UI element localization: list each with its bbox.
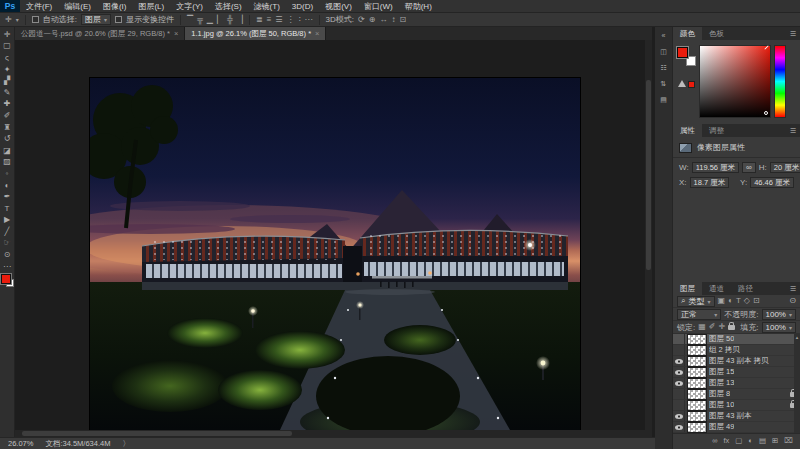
hue-slider[interactable] bbox=[775, 46, 785, 117]
visibility-toggle[interactable] bbox=[673, 411, 685, 421]
align-left-icon[interactable]: ▏ bbox=[217, 16, 223, 24]
lock-pixels-icon[interactable]: ✐ bbox=[709, 323, 716, 331]
layer-mask-icon[interactable]: ▢ bbox=[735, 436, 742, 445]
fill-dropdown[interactable]: 100% ▾ bbox=[762, 322, 796, 333]
panel-actions-icon[interactable]: ⇅ bbox=[661, 80, 667, 87]
layer-list-scrollbar[interactable]: ▴ bbox=[794, 334, 800, 433]
3d-drag-icon[interactable]: ↔ bbox=[379, 16, 387, 24]
distribute-icon-6[interactable]: ⋯ bbox=[305, 16, 313, 24]
status-options-chevron-icon[interactable]: 〉 bbox=[122, 439, 130, 449]
layer-thumbnail[interactable] bbox=[688, 390, 706, 399]
panel-history-icon[interactable]: ◫ bbox=[660, 48, 667, 55]
foreground-color-swatch[interactable] bbox=[677, 47, 688, 58]
panel-menu-icon[interactable]: ☰ bbox=[786, 27, 800, 40]
layer-group-icon[interactable]: ▤ bbox=[759, 436, 766, 445]
quick-selection-tool[interactable]: ✦ bbox=[0, 64, 15, 76]
tab-adjustments[interactable]: 调整 bbox=[702, 124, 731, 137]
distribute-icon-4[interactable]: ⋮ bbox=[286, 16, 294, 24]
color-swatches[interactable] bbox=[1, 274, 14, 287]
layer-thumbnail[interactable] bbox=[688, 423, 706, 432]
clone-stamp-tool[interactable]: ♜ bbox=[0, 122, 15, 134]
filter-type-dropdown[interactable]: ⌕ 类型 ▾ bbox=[677, 296, 715, 307]
document-tab-2[interactable]: 1.1.jpg @ 26.1% (图层 50, RGB/8) * × bbox=[185, 27, 326, 40]
distribute-icon-3[interactable]: ☰ bbox=[275, 16, 282, 24]
distribute-icon-2[interactable]: ≡ bbox=[267, 16, 272, 24]
menu-3d[interactable]: 3D(D) bbox=[286, 0, 319, 12]
align-vcenter-icon[interactable]: ╦ bbox=[197, 16, 203, 24]
path-selection-tool[interactable]: ▶ bbox=[0, 215, 15, 227]
collapse-dock-icon[interactable]: « bbox=[662, 32, 666, 39]
lock-all-icon[interactable] bbox=[728, 325, 735, 330]
link-layers-icon[interactable]: ∞ bbox=[712, 436, 717, 445]
filter-smart-object-icon[interactable]: ⊡ bbox=[753, 297, 760, 305]
y-field[interactable]: 46.46 厘米 bbox=[750, 177, 794, 188]
layer-row[interactable]: 图层 13 bbox=[673, 378, 800, 389]
lock-transparency-icon[interactable]: ▦ bbox=[698, 323, 706, 331]
3d-roll-icon[interactable]: ⊕ bbox=[369, 16, 376, 24]
close-icon[interactable]: × bbox=[174, 29, 178, 38]
layer-name[interactable]: 图层 49 bbox=[709, 422, 734, 432]
menu-layer[interactable]: 图层(L) bbox=[132, 0, 170, 12]
layer-row[interactable]: 组 2 拷贝 bbox=[673, 345, 800, 356]
visibility-toggle[interactable] bbox=[673, 389, 685, 399]
panel-info-icon[interactable]: ☷ bbox=[660, 64, 666, 71]
layer-row[interactable]: 图层 49 bbox=[673, 422, 800, 433]
layer-thumbnail[interactable] bbox=[688, 401, 706, 410]
fg-bg-swatches[interactable] bbox=[677, 47, 699, 69]
panel-menu-icon[interactable]: ☰ bbox=[786, 124, 800, 137]
document-image[interactable] bbox=[90, 78, 580, 430]
visibility-toggle[interactable] bbox=[673, 400, 685, 410]
align-top-icon[interactable]: ▔ bbox=[187, 16, 193, 24]
link-dimensions-icon[interactable]: ∞ bbox=[742, 162, 756, 173]
layer-name[interactable]: 组 2 拷贝 bbox=[709, 345, 740, 355]
layer-name[interactable]: 图层 43 副本 bbox=[709, 411, 752, 421]
menu-image[interactable]: 图像(I) bbox=[97, 0, 133, 12]
edit-toolbar-icon[interactable]: ⋯ bbox=[0, 261, 15, 273]
visibility-toggle[interactable] bbox=[673, 345, 685, 355]
panel-adjust-icon[interactable]: ▤ bbox=[660, 96, 667, 103]
visibility-toggle[interactable] bbox=[673, 367, 685, 377]
type-tool[interactable]: T bbox=[0, 203, 15, 215]
tab-layers[interactable]: 图层 bbox=[673, 282, 702, 295]
pen-tool[interactable]: ✒ bbox=[0, 191, 15, 203]
layer-row[interactable]: 图层 50 bbox=[673, 334, 800, 345]
blur-tool[interactable]: ◦ bbox=[0, 168, 15, 180]
layer-thumbnail[interactable] bbox=[688, 357, 706, 366]
zoom-tool[interactable]: ⊙ bbox=[0, 249, 15, 261]
align-bottom-icon[interactable]: ▁ bbox=[207, 16, 213, 24]
canvas-area[interactable] bbox=[15, 40, 652, 430]
layer-name[interactable]: 图层 8 bbox=[709, 389, 730, 399]
align-right-icon[interactable]: ▕ bbox=[237, 16, 243, 24]
healing-brush-tool[interactable]: ✚ bbox=[0, 99, 15, 111]
3d-rotate-icon[interactable]: ⟳ bbox=[358, 16, 365, 24]
scroll-up-icon[interactable]: ▴ bbox=[796, 334, 799, 433]
tool-preset-caret-icon[interactable]: ▾ bbox=[16, 16, 19, 23]
tab-color[interactable]: 颜色 bbox=[673, 27, 702, 40]
menu-view[interactable]: 视图(V) bbox=[319, 0, 358, 12]
layer-thumbnail[interactable] bbox=[688, 379, 706, 388]
dodge-tool[interactable]: ◐ bbox=[0, 180, 15, 192]
layer-name[interactable]: 图层 10 bbox=[709, 400, 734, 410]
new-layer-icon[interactable]: ⊞ bbox=[772, 436, 778, 445]
visibility-toggle[interactable] bbox=[673, 356, 685, 366]
layer-name[interactable]: 图层 50 bbox=[709, 334, 734, 344]
layer-row[interactable]: 图层 10 bbox=[673, 400, 800, 411]
zoom-level-field[interactable]: 26.07% bbox=[8, 439, 33, 448]
crop-tool[interactable]: ▞ bbox=[0, 75, 15, 87]
panel-menu-icon[interactable]: ☰ bbox=[786, 282, 800, 295]
width-field[interactable]: 119.56 厘米 bbox=[692, 162, 739, 173]
menu-select[interactable]: 选择(S) bbox=[209, 0, 248, 12]
eraser-tool[interactable]: ◪ bbox=[0, 145, 15, 157]
rectangular-marquee-tool[interactable]: ▢ bbox=[0, 41, 15, 53]
layer-name[interactable]: 图层 15 bbox=[709, 367, 734, 377]
distribute-icon-5[interactable]: ∶ bbox=[298, 16, 300, 24]
distribute-icon-1[interactable]: ≣ bbox=[256, 16, 263, 24]
visibility-toggle[interactable] bbox=[673, 378, 685, 388]
filter-adjustment-icon[interactable]: ◐ bbox=[728, 297, 733, 305]
filter-type-icon[interactable]: T bbox=[736, 297, 741, 305]
layer-thumbnail[interactable] bbox=[688, 346, 706, 355]
tab-swatches[interactable]: 色板 bbox=[702, 27, 731, 40]
visibility-toggle[interactable] bbox=[673, 334, 685, 344]
vertical-scrollbar-thumb[interactable] bbox=[646, 80, 651, 270]
auto-select-dropdown[interactable]: 图层▾ bbox=[81, 14, 111, 25]
